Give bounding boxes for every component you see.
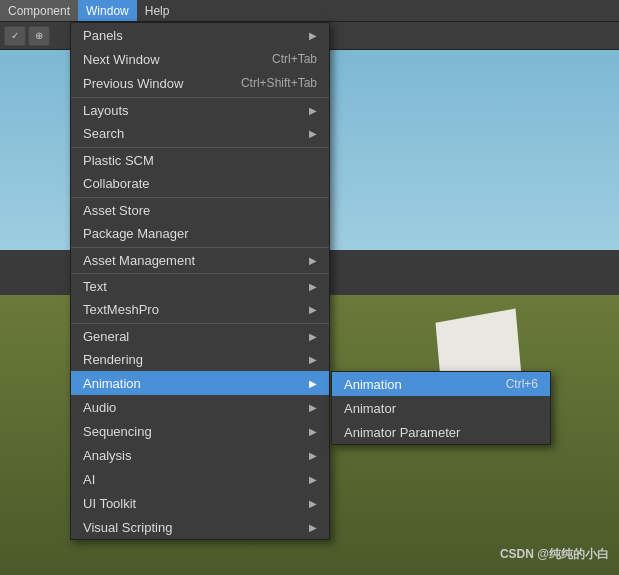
menu-item-animation[interactable]: Animation ▶ Animation Ctrl+6 Animator An… (71, 371, 329, 395)
menu-item-general-arrow: ▶ (309, 331, 317, 342)
watermark-text: CSDN @纯纯的小白 (500, 547, 609, 561)
menubar-item-window[interactable]: Window (78, 0, 137, 21)
menu-item-previous-window-label: Previous Window (83, 76, 183, 91)
menubar-item-component[interactable]: Component (0, 0, 78, 21)
menu-item-sequencing-label: Sequencing (83, 424, 152, 439)
menu-item-analysis-label: Analysis (83, 448, 131, 463)
menubar-item-help[interactable]: Help (137, 0, 178, 21)
menu-item-asset-management-label: Asset Management (83, 253, 195, 268)
menu-item-general-label: General (83, 329, 129, 344)
submenu-item-animator-parameter-label: Animator Parameter (344, 425, 460, 440)
menu-item-collaborate[interactable]: Collaborate (71, 171, 329, 195)
menu-item-search-arrow: ▶ (309, 128, 317, 139)
window-dropdown-menu: Panels ▶ Next Window Ctrl+Tab Previous W… (70, 22, 330, 540)
menu-item-panels-label: Panels (83, 28, 123, 43)
menu-item-plastic-scm-label: Plastic SCM (83, 153, 154, 168)
menu-item-audio-label: Audio (83, 400, 116, 415)
menu-item-sequencing[interactable]: Sequencing ▶ (71, 419, 329, 443)
menu-item-audio-arrow: ▶ (309, 402, 317, 413)
menu-item-asset-store[interactable]: Asset Store (71, 197, 329, 221)
menu-item-text-label: Text (83, 279, 107, 294)
toolbar-btn-1[interactable]: ✓ (4, 26, 26, 46)
menu-item-sequencing-arrow: ▶ (309, 426, 317, 437)
menu-item-animation-label: Animation (83, 376, 141, 391)
submenu-item-animation-label: Animation (344, 377, 402, 392)
menu-item-ai[interactable]: AI ▶ (71, 467, 329, 491)
menu-item-textmeshpro-arrow: ▶ (309, 304, 317, 315)
menu-item-layouts-arrow: ▶ (309, 105, 317, 116)
submenu-item-animator-parameter[interactable]: Animator Parameter (332, 420, 550, 444)
menu-item-rendering[interactable]: Rendering ▶ (71, 347, 329, 371)
menu-item-search[interactable]: Search ▶ (71, 121, 329, 145)
menu-item-textmeshpro[interactable]: TextMeshPro ▶ (71, 297, 329, 321)
submenu-item-animator-label: Animator (344, 401, 396, 416)
menu-item-rendering-label: Rendering (83, 352, 143, 367)
toolbar-btn-2[interactable]: ⊕ (28, 26, 50, 46)
menu-item-panels[interactable]: Panels ▶ (71, 23, 329, 47)
menu-item-ai-arrow: ▶ (309, 474, 317, 485)
menu-item-general[interactable]: General ▶ (71, 323, 329, 347)
submenu-item-animation-shortcut: Ctrl+6 (506, 377, 538, 391)
menu-item-previous-window[interactable]: Previous Window Ctrl+Shift+Tab (71, 71, 329, 95)
watermark: CSDN @纯纯的小白 (500, 546, 609, 563)
menu-item-ui-toolkit-label: UI Toolkit (83, 496, 136, 511)
menu-item-visual-scripting-arrow: ▶ (309, 522, 317, 533)
menu-item-next-window-shortcut: Ctrl+Tab (272, 52, 317, 66)
menu-item-next-window-label: Next Window (83, 52, 160, 67)
animation-submenu: Animation Ctrl+6 Animator Animator Param… (331, 371, 551, 445)
menu-item-panels-arrow: ▶ (309, 30, 317, 41)
menu-item-asset-management-arrow: ▶ (309, 255, 317, 266)
menu-item-asset-management[interactable]: Asset Management ▶ (71, 247, 329, 271)
menu-item-search-label: Search (83, 126, 124, 141)
menu-item-audio[interactable]: Audio ▶ (71, 395, 329, 419)
menu-item-analysis[interactable]: Analysis ▶ (71, 443, 329, 467)
menu-item-layouts-label: Layouts (83, 103, 129, 118)
menu-item-animation-arrow: ▶ (309, 378, 317, 389)
menu-item-ui-toolkit-arrow: ▶ (309, 498, 317, 509)
menu-bar: Component Window Help (0, 0, 619, 22)
menu-item-layouts[interactable]: Layouts ▶ (71, 97, 329, 121)
menu-item-text[interactable]: Text ▶ (71, 273, 329, 297)
menu-item-ui-toolkit[interactable]: UI Toolkit ▶ (71, 491, 329, 515)
menu-item-previous-window-shortcut: Ctrl+Shift+Tab (241, 76, 317, 90)
menu-item-textmeshpro-label: TextMeshPro (83, 302, 159, 317)
submenu-item-animator[interactable]: Animator (332, 396, 550, 420)
menu-item-ai-label: AI (83, 472, 95, 487)
menu-item-visual-scripting[interactable]: Visual Scripting ▶ (71, 515, 329, 539)
menu-item-visual-scripting-label: Visual Scripting (83, 520, 172, 535)
menu-item-package-manager-label: Package Manager (83, 226, 189, 241)
menu-item-collaborate-label: Collaborate (83, 176, 150, 191)
menu-item-text-arrow: ▶ (309, 281, 317, 292)
submenu-item-animation[interactable]: Animation Ctrl+6 (332, 372, 550, 396)
menu-item-package-manager[interactable]: Package Manager (71, 221, 329, 245)
menu-item-asset-store-label: Asset Store (83, 203, 150, 218)
menu-item-rendering-arrow: ▶ (309, 354, 317, 365)
menu-item-analysis-arrow: ▶ (309, 450, 317, 461)
menu-item-next-window[interactable]: Next Window Ctrl+Tab (71, 47, 329, 71)
menu-item-plastic-scm[interactable]: Plastic SCM (71, 147, 329, 171)
